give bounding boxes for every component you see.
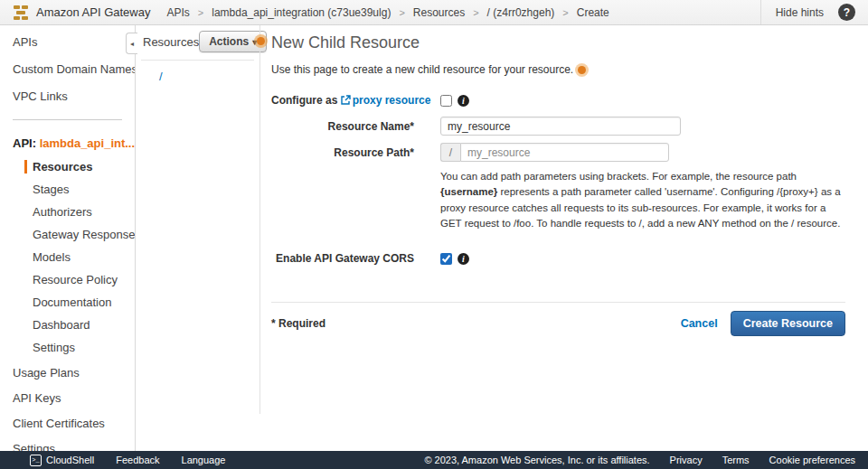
collapse-left-icon: ◂ (130, 40, 134, 48)
help-icon[interactable]: ? (838, 4, 855, 21)
proxy-resource-link[interactable]: proxy resource (341, 94, 431, 107)
panel-divider (259, 25, 260, 414)
breadcrumb: APIs > lambda_api_integration (c73ue39ul… (166, 6, 609, 19)
sidebar-item-dashboard[interactable]: Dashboard (0, 314, 135, 336)
breadcrumb-separator-icon: > (399, 7, 404, 18)
resource-path-prefix: / (440, 143, 460, 162)
left-navigation-sidebar: APIs Custom Domain Names VPC Links API: … (0, 25, 136, 451)
path-help-text: You can add path parameters using bracke… (440, 169, 843, 231)
sidebar-item-gateway-responses[interactable]: Gateway Responses (0, 223, 135, 246)
sidebar-item-client-certificates[interactable]: Client Certificates (0, 411, 135, 436)
breadcrumb-root-resource[interactable]: / (z4rr0zhgeh) (487, 6, 555, 19)
configure-as-label: Configure as proxy resource (271, 94, 414, 107)
configure-as-row: Configure as proxy resource i (271, 91, 845, 109)
cookie-preferences-link[interactable]: Cookie preferences (769, 455, 855, 465)
breadcrumb-separator-icon: > (473, 7, 478, 18)
new-child-resource-form: Configure as proxy resource i Resource N… (271, 91, 845, 267)
hide-hints-button[interactable]: Hide hints (760, 0, 838, 24)
sidebar-item-resource-policy[interactable]: Resource Policy (0, 268, 135, 291)
cors-row: Enable API Gateway CORS i (271, 249, 845, 267)
api-gateway-logo-icon (13, 5, 29, 21)
resource-name-label: Resource Name* (271, 120, 414, 133)
sidebar-divider (13, 119, 122, 120)
info-icon[interactable]: i (458, 95, 469, 107)
topbar-right-section: Hide hints ? (760, 0, 868, 24)
terms-link[interactable]: Terms (722, 455, 750, 465)
main-content: New Child Resource Use this page to crea… (259, 25, 868, 451)
form-divider (271, 302, 845, 303)
footer-bar: >_ CloudShell Feedback Language © 2023, … (0, 451, 868, 469)
hint-beacon[interactable] (578, 66, 586, 74)
sidebar-item-resources[interactable]: Resources (0, 155, 135, 178)
form-action-row: * Required Cancel Create Resource (271, 311, 845, 336)
resources-tree-panel: Resources Actions▾ / (136, 25, 259, 451)
sidebar-item-custom-domain-names[interactable]: Custom Domain Names (0, 56, 135, 83)
hint-beacon[interactable] (257, 37, 265, 45)
page-subtitle: Use this page to create a new child reso… (271, 63, 845, 76)
cors-checkbox[interactable] (440, 253, 452, 265)
api-name-label[interactable]: lambda_api_int... (40, 136, 135, 150)
cloudshell-button[interactable]: >_ CloudShell (30, 455, 94, 466)
breadcrumb-separator-icon: > (562, 7, 568, 18)
cancel-button[interactable]: Cancel (681, 317, 718, 330)
resource-name-input[interactable] (440, 117, 681, 136)
sidebar-item-models[interactable]: Models (0, 246, 135, 268)
required-note: * Required (271, 317, 326, 330)
collapse-panel-button[interactable]: ◂ (126, 33, 137, 54)
service-logo[interactable]: Amazon API Gateway (0, 5, 159, 21)
sidebar-item-stages[interactable]: Stages (0, 178, 135, 201)
breadcrumb-api-id[interactable]: lambda_api_integration (c73ue39ulg) (212, 6, 391, 19)
breadcrumb-resources[interactable]: Resources (413, 6, 465, 19)
resources-panel-title: Resources (143, 35, 199, 49)
privacy-link[interactable]: Privacy (670, 455, 703, 465)
resource-tree-root-item[interactable]: / (159, 70, 163, 83)
service-title: Amazon API Gateway (36, 5, 150, 19)
sidebar-item-api-settings[interactable]: Settings (0, 336, 135, 359)
sidebar-api-header: API: lambda_api_int... (0, 124, 135, 154)
external-link-icon (341, 95, 351, 105)
top-navigation-bar: Amazon API Gateway APIs > lambda_api_int… (0, 0, 868, 25)
api-prefix-label: API: (13, 136, 36, 150)
resource-name-row: Resource Name* (271, 117, 845, 136)
sidebar-item-api-keys[interactable]: API Keys (0, 386, 135, 411)
cors-label: Enable API Gateway CORS (271, 252, 414, 265)
page-title: New Child Resource (271, 33, 845, 52)
copyright-text: © 2023, Amazon Web Services, Inc. or its… (424, 455, 649, 465)
breadcrumb-create: Create (577, 6, 609, 19)
resource-path-input[interactable] (460, 143, 669, 162)
sidebar-item-vpc-links[interactable]: VPC Links (0, 83, 135, 110)
proxy-resource-checkbox[interactable] (440, 95, 452, 107)
feedback-button[interactable]: Feedback (116, 455, 159, 465)
sidebar-item-documentation[interactable]: Documentation (0, 291, 135, 314)
sidebar-item-usage-plans[interactable]: Usage Plans (0, 361, 135, 386)
info-icon[interactable]: i (458, 253, 469, 265)
sidebar-item-apis[interactable]: APIs (0, 29, 135, 56)
sidebar-item-settings[interactable]: Settings (0, 436, 135, 451)
resource-path-row: Resource Path* / (271, 143, 845, 162)
create-resource-button[interactable]: Create Resource (731, 311, 845, 336)
resource-path-label: Resource Path* (271, 146, 414, 159)
path-help-bold: {username} (440, 186, 497, 197)
breadcrumb-separator-icon: > (198, 7, 203, 18)
cloudshell-terminal-icon: >_ (30, 455, 42, 466)
sidebar-item-authorizers[interactable]: Authorizers (0, 201, 135, 223)
language-button[interactable]: Language (182, 455, 226, 465)
breadcrumb-apis[interactable]: APIs (166, 6, 189, 19)
